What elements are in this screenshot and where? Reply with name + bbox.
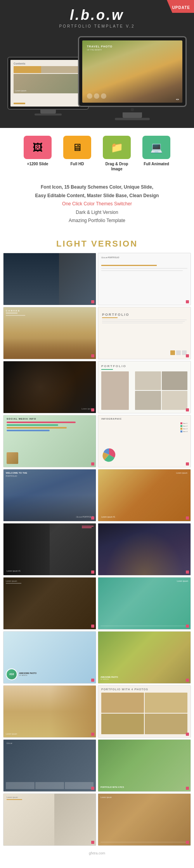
dragdrop-icon-box: 📁 — [103, 136, 131, 159]
slide-thumb-3: CANVAS — [3, 307, 96, 359]
corner-mark-3 — [91, 354, 94, 357]
corner-mark-1 — [91, 300, 94, 303]
slide-thumb-21: Lorem ipsum — [3, 793, 96, 846]
header: l.b.o.w PORTFOLIO TEMPLATE V.2 UPDATE — [0, 0, 194, 33]
corner-mark-22 — [186, 841, 189, 844]
desc-line-5: Amazing Portfolio Template — [12, 217, 182, 225]
slides-icon: 🖼 — [33, 142, 43, 154]
corner-mark-15 — [91, 679, 94, 682]
corner-mark-8 — [186, 462, 189, 466]
fullhd-icon-box: 🖥 — [63, 136, 91, 159]
section-title-text: LIGHT VERSION — [56, 239, 138, 248]
corner-mark-7 — [91, 462, 94, 466]
fullhd-icon: 🖥 — [72, 142, 82, 154]
slide-thumb-16: AWESOME PHOTO OF MONTH — [98, 631, 191, 684]
desc-line-4: Dark & Light Version — [12, 208, 182, 217]
slide-thumb-4: PORTFOLIO — [98, 307, 191, 359]
corner-mark-2 — [186, 300, 189, 303]
description-section: Font Icon, 15 Beauty Schemes Color, Uniq… — [0, 179, 194, 233]
slide-thumb-1 — [3, 253, 96, 305]
slide-thumb-11: Lorem ipsum #1 — [3, 523, 96, 576]
fullhd-label: Full HD — [71, 161, 84, 166]
corner-mark-13 — [91, 625, 94, 628]
slide-thumb-9: WELCOME TO THE PORTFOLIO l.b.o.w PORTFOL… — [3, 469, 96, 522]
corner-mark-4 — [186, 354, 189, 357]
desc-line-3: One Click Color Themes Switcher — [12, 200, 182, 208]
corner-mark-12 — [186, 570, 189, 574]
feature-dragdrop: 📁 Drag & Drop Image — [99, 136, 134, 172]
slide-thumb-7: SOCIAL MEDIA INFO — [3, 415, 96, 467]
corner-mark-9 — [91, 516, 94, 520]
feature-fullhd: 🖥 Full HD — [60, 136, 95, 172]
slide-thumb-2: l.b.o.w PORTFOLIO — [98, 253, 191, 305]
slides-label: +1200 Slide — [27, 161, 48, 166]
animated-label: Full Animated — [144, 161, 169, 166]
logo: l.b.o.w — [4, 7, 190, 23]
monitor-front: TRAVEL PHOTO OF THE MONTH ◀ ▶ — [78, 36, 187, 120]
slide-thumb-5: Lorem ipsum — [3, 361, 96, 413]
slide-thumb-18: PORTFOLIO WITH 4 PHOTOS — [98, 685, 191, 738]
corner-mark-19 — [91, 787, 94, 790]
slides-grid: l.b.o.w PORTFOLIO CANVAS PORTFOLIO — [0, 253, 194, 849]
corner-mark-6 — [186, 408, 189, 411]
corner-mark-5 — [91, 408, 94, 411]
slide-thumb-15: #10 AWESOME PHOTO OF MONTH — [3, 631, 96, 684]
slide-thumb-12 — [98, 523, 191, 576]
desc-line-2: Easy Editable Content, Master Slide Base… — [12, 192, 182, 200]
dragdrop-label: Drag & Drop Image — [99, 161, 134, 172]
slide-thumb-10: Lorem ipsum Lorem ipsum #1 — [98, 469, 191, 522]
slides-icon-box: 🖼 — [24, 136, 52, 159]
corner-mark-18 — [186, 733, 189, 736]
corner-mark-10 — [186, 516, 189, 520]
slide-thumb-17: Lorem ipsum — [3, 685, 96, 738]
monitor-section: Contents Lorem ipsum TRAVEL PHOTO OF THE… — [0, 33, 194, 120]
slide-thumb-20: PORTFOLIO WITH 4 PICS — [98, 739, 191, 792]
corner-mark-17 — [91, 733, 94, 736]
slide-thumb-22: Lorem ipsum — [98, 793, 191, 846]
feature-slides: 🖼 +1200 Slide — [20, 136, 55, 172]
slide-thumb-8: INFOGRAPHIC Item 1 Item 2 Item 3 Item 4 — [98, 415, 191, 467]
monitor-back: Contents Lorem ipsum — [7, 57, 89, 116]
desc-line-1: Font Icon, 15 Beauty Schemes Color, Uniq… — [12, 183, 182, 192]
feature-animated: 💻 Full Animated — [139, 136, 174, 172]
features-row: 🖼 +1200 Slide 🖥 Full HD 📁 Drag & Drop Im… — [0, 128, 194, 179]
corner-mark-14 — [186, 625, 189, 628]
animated-icon-box: 💻 — [142, 136, 170, 159]
corner-mark-11 — [91, 570, 94, 574]
slide-thumb-19: l.b.o.w — [3, 739, 96, 792]
corner-mark-16 — [186, 679, 189, 682]
slide-thumb-13: Lorem ipsum — [3, 577, 96, 630]
corner-mark-20 — [186, 787, 189, 790]
section-title: LIGHT VERSION — [0, 233, 194, 253]
slide-thumb-6: PORTFOLIO — [98, 361, 191, 413]
corner-mark-21 — [91, 841, 94, 844]
animated-icon: 💻 — [150, 142, 163, 154]
folder-icon: 📁 — [111, 142, 123, 154]
watermark: gfxtra.com — [0, 849, 194, 858]
subtitle: PORTFOLIO TEMPLATE V.2 — [4, 24, 190, 28]
slide-thumb-14: Lorem ipsum — [98, 577, 191, 630]
